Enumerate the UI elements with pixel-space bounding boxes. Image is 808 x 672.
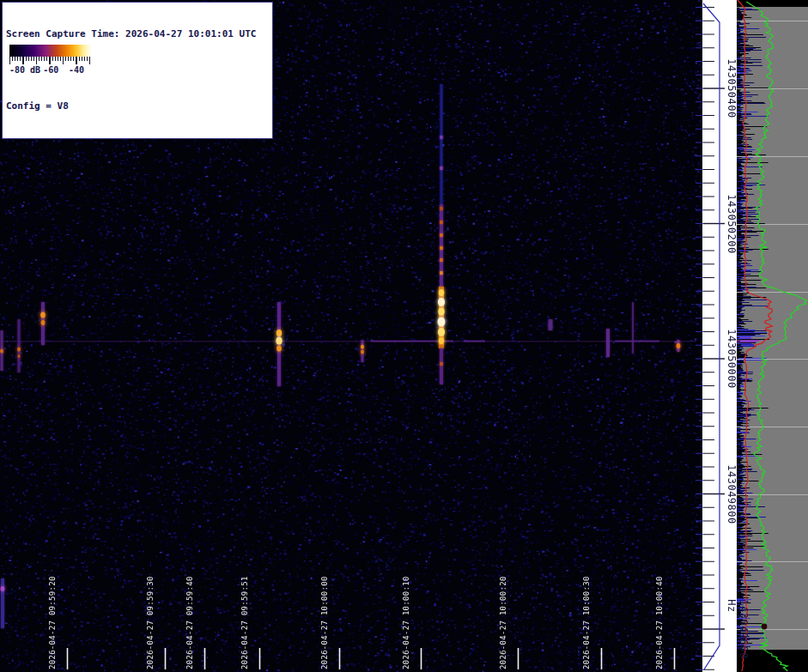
capture-time-label: Screen Capture Time: 2026-04-27 10:01:01… xyxy=(6,28,269,40)
scale-label-mid: -60 xyxy=(43,65,58,76)
scale-label-min: -80 dB xyxy=(9,65,40,76)
time-axis-label: 2026-04-27 10:00:40 xyxy=(655,576,665,669)
spectrum-plot-panel xyxy=(737,0,808,672)
spectrum-lab-capture: Screen Capture Time: 2026-04-27 10:01:01… xyxy=(0,0,808,672)
time-axis-label: 2026-04-27 10:00:00 xyxy=(320,576,330,669)
color-scale-labels: -80 dB -60 -40 xyxy=(9,65,92,76)
time-axis-label: 2026-04-27 10:00:20 xyxy=(499,576,508,669)
color-scale-ruler xyxy=(9,57,92,64)
freq-axis-label: 143050400 xyxy=(726,58,738,118)
time-axis-label: 2026-04-27 09:59:40 xyxy=(185,576,195,669)
freq-axis-label: 143050200 xyxy=(726,194,738,254)
color-scale-gradient xyxy=(9,45,92,57)
freq-axis-label: 143050000 xyxy=(726,329,738,389)
time-axis-label: 2026-04-27 09:59:20 xyxy=(48,576,58,669)
time-axis-label: 2026-04-27 10:00:30 xyxy=(582,576,592,669)
freq-axis-label: 143049800 xyxy=(726,464,738,524)
config-label: Config = V8 xyxy=(6,100,269,112)
time-axis-label: 2026-04-27 09:59:51 xyxy=(240,576,250,669)
color-scale-legend: -80 dB -60 -40 xyxy=(6,43,95,78)
time-axis-label: 2026-04-27 10:00:10 xyxy=(402,576,411,669)
scale-label-max: -40 xyxy=(69,65,84,76)
freq-axis-label: 143049600 Hz xyxy=(726,599,750,659)
time-axis-label: 2026-04-27 09:59:30 xyxy=(146,576,155,669)
